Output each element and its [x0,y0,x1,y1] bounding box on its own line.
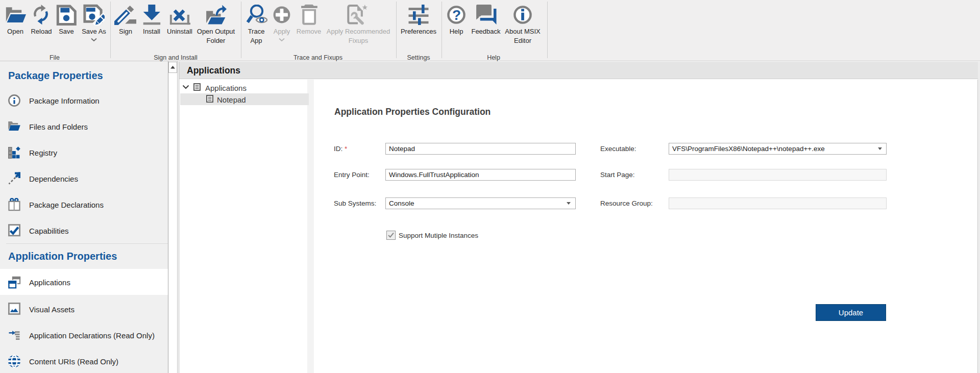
svg-text:?: ? [452,7,461,23]
